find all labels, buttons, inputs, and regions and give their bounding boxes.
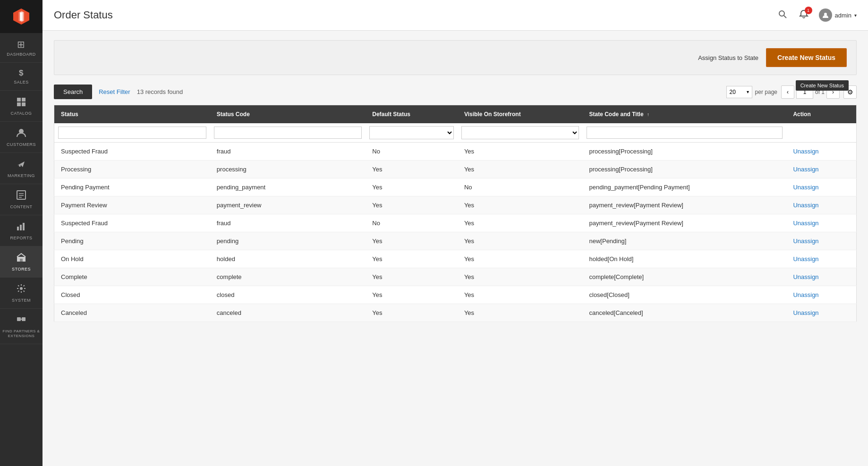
cell-default-status: Yes — [366, 268, 458, 286]
per-page-chevron-icon: ▾ — [747, 89, 749, 94]
reset-filter-link[interactable]: Reset Filter — [99, 88, 130, 95]
cell-visible: Yes — [458, 304, 583, 322]
assign-status-link[interactable]: Assign Status to State — [698, 54, 758, 61]
sidebar-item-dashboard[interactable]: ⊞ DASHBOARD — [0, 33, 43, 63]
cell-state-code-title: canceled[Canceled] — [583, 304, 787, 322]
chevron-left-icon: ‹ — [787, 89, 789, 95]
sidebar-item-system[interactable]: SYSTEM — [0, 278, 43, 309]
cell-status-code: processing — [210, 161, 366, 178]
filter-code-input[interactable] — [214, 127, 362, 139]
cell-status: Payment Review — [54, 196, 210, 214]
svg-line-24 — [784, 16, 786, 18]
cell-status: Processing — [54, 161, 210, 178]
cell-action: Unassign — [786, 161, 856, 178]
main-content: Order Status 1 admin ▾ Assign Status to … — [43, 0, 868, 466]
filter-default-cell: Yes No — [366, 123, 458, 143]
sidebar-item-find-partners[interactable]: FIND PARTNERS & EXTENSIONS — [0, 309, 43, 344]
cell-action: Unassign — [786, 178, 856, 196]
content-icon — [16, 190, 26, 203]
table-row: Suspected Fraud fraud No Yes processing[… — [54, 143, 857, 161]
action-bar: Assign Status to State Create New Status… — [54, 40, 857, 75]
cell-state-code-title: processing[Processing] — [583, 161, 787, 178]
order-status-table: Status Status Code Default Status Visibl… — [54, 105, 857, 322]
cell-action: Unassign — [786, 286, 856, 304]
per-page-select: 20 ▾ per page — [726, 86, 777, 98]
unassign-link[interactable]: Unassign — [793, 148, 818, 155]
filter-default-select[interactable]: Yes No — [369, 126, 454, 139]
sidebar-item-customers[interactable]: CUSTOMERS — [0, 122, 43, 153]
svg-point-23 — [779, 11, 784, 16]
unassign-link[interactable]: Unassign — [793, 184, 818, 191]
sidebar-label-reports: REPORTS — [10, 236, 33, 240]
filter-visible-select[interactable]: Yes No — [461, 126, 579, 139]
unassign-link[interactable]: Unassign — [793, 273, 818, 280]
stores-icon — [16, 252, 26, 265]
cell-status: Complete — [54, 268, 210, 286]
unassign-link[interactable]: Unassign — [793, 166, 818, 173]
sidebar: ⊞ DASHBOARD $ SALES CATALOG CUSTOMERS MA… — [0, 0, 43, 466]
cell-status-code: closed — [210, 286, 366, 304]
sidebar-item-marketing[interactable]: MARKETING — [0, 153, 43, 184]
cell-visible: Yes — [458, 268, 583, 286]
col-state-code-title[interactable]: State Code and Title ↑ — [583, 105, 787, 124]
sidebar-label-customers: CUSTOMERS — [7, 142, 36, 147]
per-page-input[interactable]: 20 ▾ — [726, 86, 752, 98]
search-button[interactable]: Search — [54, 85, 92, 99]
cell-action: Unassign — [786, 214, 856, 232]
search-button[interactable] — [776, 8, 789, 23]
sidebar-item-catalog[interactable]: CATALOG — [0, 91, 43, 122]
cell-status-code: pending — [210, 232, 366, 250]
admin-user-menu[interactable]: admin ▾ — [819, 8, 857, 22]
unassign-link[interactable]: Unassign — [793, 291, 818, 298]
logo[interactable] — [0, 0, 43, 33]
filter-state-input[interactable] — [587, 127, 783, 139]
cell-state-code-title: new[Pending] — [583, 232, 787, 250]
cell-action: Unassign — [786, 268, 856, 286]
cell-visible: Yes — [458, 196, 583, 214]
unassign-link[interactable]: Unassign — [793, 255, 818, 263]
magento-logo-icon — [12, 8, 30, 25]
topbar-actions: 1 admin ▾ — [776, 8, 857, 23]
sidebar-item-content[interactable]: CONTENT — [0, 184, 43, 215]
unassign-link[interactable]: Unassign — [793, 237, 818, 245]
create-new-tooltip: Create New Status — [796, 80, 849, 91]
cell-default-status: Yes — [366, 161, 458, 178]
cell-default-status: Yes — [366, 286, 458, 304]
toolbar-left: Search Reset Filter 13 records found — [54, 85, 183, 99]
cell-status: Canceled — [54, 304, 210, 322]
svg-rect-6 — [17, 102, 21, 106]
table-row: On Hold holded Yes Yes holded[On Hold] U… — [54, 250, 857, 268]
notifications-button[interactable]: 1 — [797, 8, 810, 23]
filter-state-cell — [583, 123, 787, 143]
sidebar-item-sales[interactable]: $ SALES — [0, 63, 43, 91]
cell-visible: No — [458, 178, 583, 196]
svg-rect-16 — [23, 223, 25, 230]
unassign-link[interactable]: Unassign — [793, 309, 818, 316]
admin-label: admin — [835, 12, 851, 19]
cell-action: Unassign — [786, 232, 856, 250]
cell-default-status: Yes — [366, 250, 458, 268]
customers-icon — [16, 127, 26, 140]
table-row: Closed closed Yes Yes closed[Closed] Una… — [54, 286, 857, 304]
unassign-link[interactable]: Unassign — [793, 202, 818, 209]
cell-default-status: No — [366, 214, 458, 232]
filter-status-input[interactable] — [58, 127, 206, 139]
prev-page-button[interactable]: ‹ — [781, 85, 794, 99]
svg-point-19 — [20, 287, 23, 290]
system-icon — [16, 283, 26, 296]
create-new-status-button[interactable]: Create New Status — [766, 48, 847, 67]
col-status-code: Status Code — [210, 105, 366, 124]
sidebar-item-stores[interactable]: STORES — [0, 246, 43, 278]
cell-visible: Yes — [458, 161, 583, 178]
svg-rect-3 — [20, 12, 23, 21]
table-row: Suspected Fraud fraud No Yes payment_rev… — [54, 214, 857, 232]
unassign-link[interactable]: Unassign — [793, 220, 818, 227]
cell-visible: Yes — [458, 143, 583, 161]
sidebar-item-reports[interactable]: REPORTS — [0, 215, 43, 246]
cell-visible: Yes — [458, 286, 583, 304]
cell-default-status: Yes — [366, 232, 458, 250]
filter-action-cell — [786, 123, 856, 143]
sidebar-label-system: SYSTEM — [12, 298, 31, 303]
cell-status-code: pending_payment — [210, 178, 366, 196]
dashboard-icon: ⊞ — [17, 39, 26, 50]
